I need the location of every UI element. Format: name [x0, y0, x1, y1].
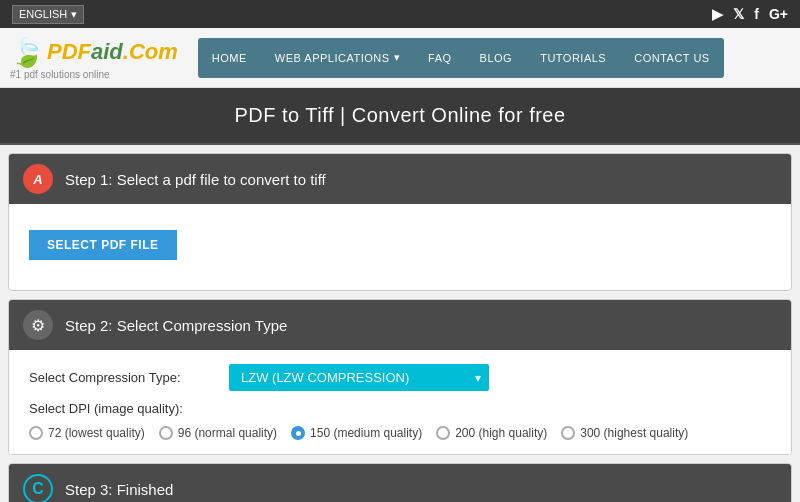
dpi-150-radio[interactable] [291, 426, 305, 440]
page-title: PDF to Tiff | Convert Online for free [0, 88, 800, 145]
dpi-200-radio[interactable] [436, 426, 450, 440]
logo: 🍃 PDFaid.Com #1 pdf solutions online [10, 36, 178, 80]
select-pdf-button[interactable]: SELECT PDF FILE [29, 230, 177, 260]
dpi-300-label: 300 (highest quality) [580, 426, 688, 440]
dpi-label: Select DPI (image quality): [29, 401, 229, 416]
compression-label: Select Compression Type: [29, 370, 229, 385]
dpi-96-label: 96 (normal quality) [178, 426, 277, 440]
youtube-icon[interactable]: ▶ [712, 6, 723, 22]
step3-icon: C [23, 474, 53, 502]
step1-header: A Step 1: Select a pdf file to convert t… [9, 154, 791, 204]
googleplus-icon[interactable]: G+ [769, 6, 788, 22]
lang-label: ENGLISH [19, 8, 67, 20]
dpi-200-label: 200 (high quality) [455, 426, 547, 440]
nav-bar: 🍃 PDFaid.Com #1 pdf solutions online HOM… [0, 28, 800, 88]
step2-body: Select Compression Type: LZW (LZW COMPRE… [9, 350, 791, 454]
dpi-150-label: 150 (medium quality) [310, 426, 422, 440]
dpi-150[interactable]: 150 (medium quality) [291, 426, 422, 440]
step2-section: ⚙ Step 2: Select Compression Type Select… [8, 299, 792, 455]
dpi-72[interactable]: 72 (lowest quality) [29, 426, 145, 440]
nav-contact[interactable]: CONTACT US [620, 38, 724, 78]
nav-blog[interactable]: BLOG [466, 38, 527, 78]
nav-tutorials[interactable]: TUTORIALS [526, 38, 620, 78]
dpi-72-label: 72 (lowest quality) [48, 426, 145, 440]
compression-select-wrapper[interactable]: LZW (LZW COMPRESSION) NONE DEFLATE JPEG … [229, 364, 489, 391]
nav-web-apps[interactable]: WEB APPLICATIONS [261, 38, 414, 78]
lang-arrow: ▾ [71, 8, 77, 21]
step1-body: SELECT PDF FILE [9, 204, 791, 290]
dpi-300[interactable]: 300 (highest quality) [561, 426, 688, 440]
step3-header: C Step 3: Finished [9, 464, 791, 502]
logo-leaf-icon: 🍃 [10, 36, 45, 69]
dpi-300-radio[interactable] [561, 426, 575, 440]
twitter-icon[interactable]: 𝕏 [733, 6, 744, 22]
logo-text: PDFaid.Com [47, 39, 178, 65]
dpi-200[interactable]: 200 (high quality) [436, 426, 547, 440]
step3-title: Step 3: Finished [65, 481, 173, 498]
step1-icon: A [23, 164, 53, 194]
logo-sub: #1 pdf solutions online [10, 69, 178, 80]
dpi-options-row: 72 (lowest quality) 96 (normal quality) … [29, 426, 771, 440]
step2-header: ⚙ Step 2: Select Compression Type [9, 300, 791, 350]
dpi-label-row: Select DPI (image quality): [29, 401, 771, 416]
dpi-72-radio[interactable] [29, 426, 43, 440]
social-icons-group: ▶ 𝕏 f G+ [712, 6, 788, 22]
nav-faq[interactable]: FAQ [414, 38, 466, 78]
compression-row: Select Compression Type: LZW (LZW COMPRE… [29, 364, 771, 391]
nav-menu: HOME WEB APPLICATIONS FAQ BLOG TUTORIALS… [198, 38, 724, 78]
top-bar: ENGLISH ▾ ▶ 𝕏 f G+ [0, 0, 800, 28]
step1-section: A Step 1: Select a pdf file to convert t… [8, 153, 792, 291]
step3-section: C Step 3: Finished [8, 463, 792, 502]
step2-title: Step 2: Select Compression Type [65, 317, 287, 334]
dpi-96-radio[interactable] [159, 426, 173, 440]
nav-home[interactable]: HOME [198, 38, 261, 78]
language-selector[interactable]: ENGLISH ▾ [12, 5, 84, 24]
dpi-96[interactable]: 96 (normal quality) [159, 426, 277, 440]
step2-icon: ⚙ [23, 310, 53, 340]
facebook-icon[interactable]: f [754, 6, 759, 22]
compression-select[interactable]: LZW (LZW COMPRESSION) NONE DEFLATE JPEG … [229, 364, 489, 391]
step1-title: Step 1: Select a pdf file to convert to … [65, 171, 326, 188]
